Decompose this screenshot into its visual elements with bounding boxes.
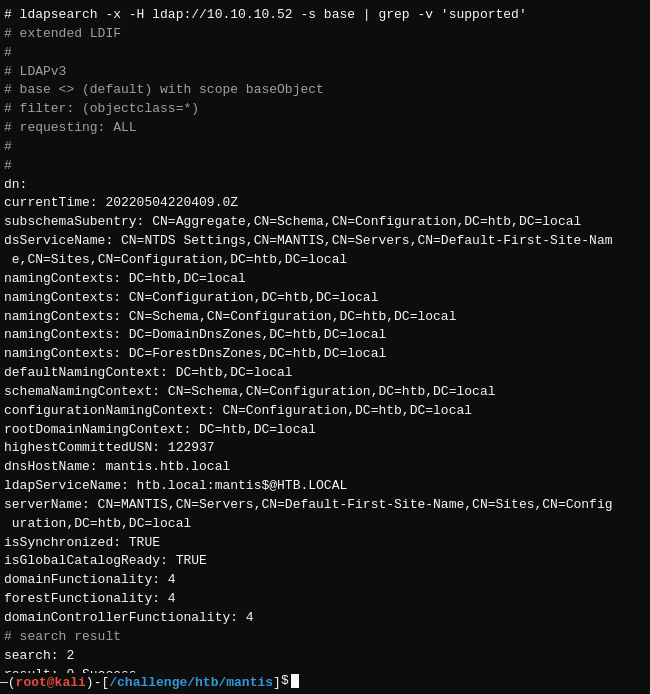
terminal-line: isSynchronized: TRUE (4, 534, 646, 553)
terminal-window: # ldapsearch -x -H ldap://10.10.10.52 -s… (0, 0, 650, 694)
terminal-line: # LDAPv3 (4, 63, 646, 82)
terminal-line: domainFunctionality: 4 (4, 571, 646, 590)
terminal-line: defaultNamingContext: DC=htb,DC=local (4, 364, 646, 383)
terminal-line: # extended LDIF (4, 25, 646, 44)
prompt-user: root@kali (16, 675, 86, 690)
terminal-line: rootDomainNamingContext: DC=htb,DC=local (4, 421, 646, 440)
terminal-line: dsServiceName: CN=NTDS Settings,CN=MANTI… (4, 232, 646, 251)
prompt-sep2: ] (273, 675, 281, 690)
terminal-line: namingContexts: CN=Schema,CN=Configurati… (4, 308, 646, 327)
terminal-line: # base <> (default) with scope baseObjec… (4, 81, 646, 100)
terminal-line: configurationNamingContext: CN=Configura… (4, 402, 646, 421)
terminal-line: subschemaSubentry: CN=Aggregate,CN=Schem… (4, 213, 646, 232)
terminal-line: ldapServiceName: htb.local:mantis$@HTB.L… (4, 477, 646, 496)
terminal-line: search: 2 (4, 647, 646, 666)
terminal-line: namingContexts: DC=ForestDnsZones,DC=htb… (4, 345, 646, 364)
terminal-line: namingContexts: DC=htb,DC=local (4, 270, 646, 289)
terminal-line: # (4, 157, 646, 176)
prompt-dollar: $ (281, 673, 289, 688)
terminal-line: # (4, 44, 646, 63)
terminal-line: serverName: CN=MANTIS,CN=Servers,CN=Defa… (4, 496, 646, 515)
terminal-line: # (4, 138, 646, 157)
terminal-line: schemaNamingContext: CN=Schema,CN=Config… (4, 383, 646, 402)
terminal-line: uration,DC=htb,DC=local (4, 515, 646, 534)
terminal-line: highestCommittedUSN: 122937 (4, 439, 646, 458)
terminal-line: # requesting: ALL (4, 119, 646, 138)
prompt-sep1: )-[ (86, 675, 109, 690)
terminal-line: dn: (4, 176, 646, 195)
terminal-line: namingContexts: DC=DomainDnsZones,DC=htb… (4, 326, 646, 345)
terminal-prompt[interactable]: —(root@kali)-[/challenge/htb/mantis]$ (0, 673, 650, 694)
terminal-line: isGlobalCatalogReady: TRUE (4, 552, 646, 571)
prompt-dash: —( (0, 675, 16, 690)
terminal-line: # ldapsearch -x -H ldap://10.10.10.52 -s… (4, 6, 646, 25)
terminal-line: forestFunctionality: 4 (4, 590, 646, 609)
terminal-line: currentTime: 20220504220409.0Z (4, 194, 646, 213)
terminal-line: # filter: (objectclass=*) (4, 100, 646, 119)
terminal-line: namingContexts: CN=Configuration,DC=htb,… (4, 289, 646, 308)
terminal-line: dnsHostName: mantis.htb.local (4, 458, 646, 477)
terminal-content: # ldapsearch -x -H ldap://10.10.10.52 -s… (0, 0, 650, 673)
terminal-cursor (291, 674, 299, 688)
prompt-path: /challenge/htb/mantis (109, 675, 273, 690)
terminal-line: # search result (4, 628, 646, 647)
terminal-line: domainControllerFunctionality: 4 (4, 609, 646, 628)
terminal-line: result: 0 Success (4, 666, 646, 673)
terminal-line: e,CN=Sites,CN=Configuration,DC=htb,DC=lo… (4, 251, 646, 270)
